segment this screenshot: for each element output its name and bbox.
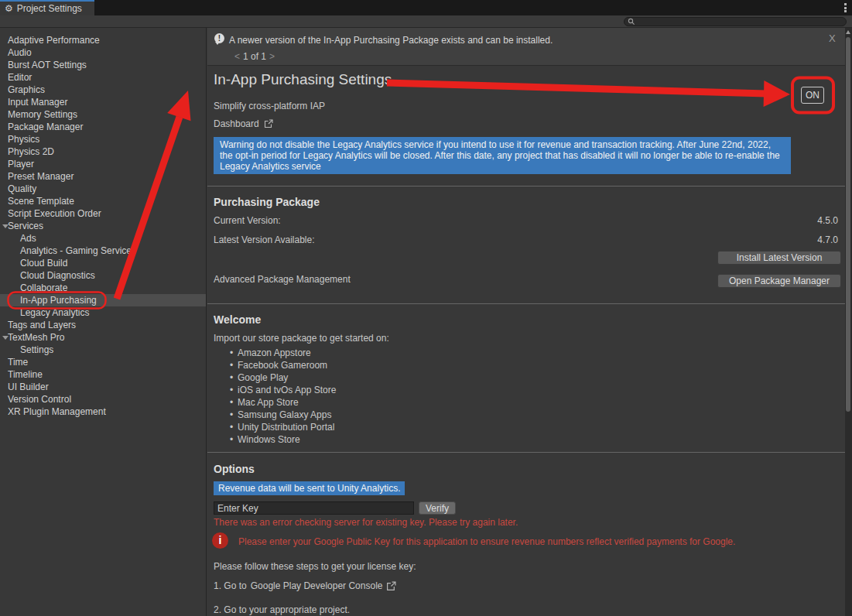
- google-key-message: Please enter your Google Public Key for …: [238, 536, 735, 547]
- pager-prev-button[interactable]: <: [231, 51, 243, 62]
- sidebar-item-label: Services: [8, 221, 43, 231]
- install-latest-version-button[interactable]: Install Latest Version: [717, 251, 841, 265]
- foldout-triangle-icon[interactable]: [2, 224, 9, 228]
- sidebar-item-tags-and-layers[interactable]: Tags and Layers: [0, 319, 206, 331]
- store-list: Amazon AppstoreFacebook GameroomGoogle P…: [214, 347, 336, 446]
- sidebar-item-label: Legacy Analytics: [20, 307, 89, 318]
- sidebar-item-in-app-purchasing[interactable]: In-App Purchasing: [0, 294, 206, 306]
- sidebar-item-player[interactable]: Player: [0, 158, 206, 170]
- license-step-1: 1. Go to Google Play Developer Console: [214, 580, 396, 591]
- notification-bubble-icon: !: [214, 33, 224, 43]
- sidebar-item-services[interactable]: Services: [0, 220, 206, 232]
- sidebar-item-xr-plugin-management[interactable]: XR Plugin Management: [0, 406, 206, 418]
- sidebar-item-collaborate[interactable]: Collaborate: [0, 282, 206, 294]
- sidebar-item-label: Settings: [20, 344, 53, 355]
- sidebar-item-physics-2d[interactable]: Physics 2D: [0, 145, 206, 158]
- search-input[interactable]: [635, 18, 843, 26]
- sidebar-item-editor[interactable]: Editor: [0, 71, 206, 84]
- license-key-input[interactable]: [214, 501, 414, 515]
- sidebar-item-label: Memory Settings: [8, 109, 77, 120]
- sidebar-item-textmesh-pro[interactable]: TextMesh Pro: [0, 331, 206, 344]
- sidebar-item-burst-aot-settings[interactable]: Burst AOT Settings: [0, 59, 206, 71]
- verify-button[interactable]: Verify: [419, 501, 456, 515]
- sidebar-item-label: Adaptive Performance: [8, 35, 100, 46]
- google-play-console-link[interactable]: Google Play Developer Console: [251, 580, 383, 591]
- sidebar-item-label: Graphics: [8, 84, 45, 95]
- analytics-note: Revenue data will be sent to Unity Analy…: [214, 481, 405, 495]
- section-divider: [207, 186, 845, 187]
- store-list-item: Samsung Galaxy Apps: [214, 409, 336, 421]
- tab-project-settings[interactable]: ⚙ Project Settings: [0, 0, 94, 15]
- latest-version-value: 4.7.0: [817, 234, 838, 245]
- store-list-item: Amazon Appstore: [214, 347, 336, 359]
- sidebar-item-label: Cloud Diagnostics: [20, 270, 95, 281]
- legacy-analytics-warning: Warning do not disable the Legacy Analyt…: [214, 137, 791, 174]
- dashboard-label: Dashboard: [214, 118, 259, 129]
- sidebar-item-audio[interactable]: Audio: [0, 46, 206, 59]
- sidebar-item-preset-manager[interactable]: Preset Manager: [0, 170, 206, 183]
- kebab-menu-icon[interactable]: [844, 3, 847, 12]
- sidebar-item-label: Tags and Layers: [8, 320, 76, 330]
- options-header: Options: [214, 463, 255, 475]
- sidebar-item-graphics[interactable]: Graphics: [0, 84, 206, 96]
- project-settings-window: ⚙ Project Settings Adaptive PerformanceA…: [0, 0, 852, 616]
- sidebar-item-label: Physics: [8, 134, 39, 145]
- sidebar-item-label: Time: [8, 357, 28, 368]
- service-on-toggle[interactable]: ON: [801, 87, 824, 104]
- external-link-icon[interactable]: [386, 581, 396, 591]
- store-list-item: Facebook Gameroom: [214, 359, 336, 371]
- pager-next-button[interactable]: >: [266, 51, 278, 62]
- toolbar: [0, 15, 852, 28]
- sidebar-item-label: Burst AOT Settings: [8, 60, 87, 70]
- sidebar-item-label: Scene Template: [8, 196, 74, 207]
- sidebar-item-ui-builder[interactable]: UI Builder: [0, 381, 206, 393]
- sidebar-item-quality[interactable]: Quality: [0, 183, 206, 195]
- notification-message: A newer version of the In-App Purchasing…: [229, 35, 553, 46]
- scrollbar-thumb[interactable]: [846, 37, 850, 412]
- welcome-header: Welcome: [214, 313, 261, 326]
- sidebar-item-package-manager[interactable]: Package Manager: [0, 121, 206, 133]
- dashboard-link[interactable]: Dashboard: [214, 118, 273, 129]
- sidebar-item-settings[interactable]: Settings: [0, 344, 206, 356]
- key-error-message: There was an error checking server for e…: [214, 517, 518, 528]
- sidebar-item-label: Package Manager: [8, 121, 83, 132]
- sidebar-item-input-manager[interactable]: Input Manager: [0, 96, 206, 108]
- sidebar-item-label: Analytics - Gaming Services: [20, 245, 136, 256]
- sidebar-item-cloud-diagnostics[interactable]: Cloud Diagnostics: [0, 269, 206, 282]
- sidebar-item-cloud-build[interactable]: Cloud Build: [0, 257, 206, 269]
- sidebar-item-ads[interactable]: Ads: [0, 232, 206, 245]
- search-box[interactable]: [624, 17, 847, 26]
- store-list-item: Windows Store: [214, 433, 336, 446]
- notification-pager: <1 of 1>: [231, 51, 278, 62]
- sidebar-item-version-control[interactable]: Version Control: [0, 393, 206, 406]
- sidebar-item-label: Input Manager: [8, 97, 67, 108]
- settings-category-sidebar: Adaptive PerformanceAudioBurst AOT Setti…: [0, 28, 207, 616]
- vertical-scrollbar[interactable]: [845, 28, 852, 616]
- scroll-up-arrow-icon[interactable]: [846, 30, 850, 34]
- current-version-label: Current Version:: [214, 215, 281, 226]
- sidebar-item-timeline[interactable]: Timeline: [0, 368, 206, 381]
- external-link-icon: [264, 119, 273, 128]
- store-list-item: Unity Distribution Portal: [214, 421, 336, 433]
- sidebar-item-script-execution-order[interactable]: Script Execution Order: [0, 207, 206, 220]
- sidebar-item-memory-settings[interactable]: Memory Settings: [0, 108, 206, 121]
- sidebar-list: Adaptive PerformanceAudioBurst AOT Setti…: [0, 34, 206, 418]
- sidebar-item-label: Audio: [8, 47, 32, 58]
- sidebar-item-legacy-analytics[interactable]: Legacy Analytics: [0, 306, 206, 319]
- sidebar-item-label: Physics 2D: [8, 146, 54, 157]
- sidebar-item-time[interactable]: Time: [0, 356, 206, 368]
- search-icon: [628, 15, 635, 29]
- sidebar-item-scene-template[interactable]: Scene Template: [0, 195, 206, 207]
- open-package-manager-button[interactable]: Open Package Manager: [717, 274, 841, 288]
- step1-prefix: 1. Go to: [214, 580, 247, 591]
- sidebar-item-label: XR Plugin Management: [8, 406, 106, 417]
- sidebar-item-label: UI Builder: [8, 382, 49, 392]
- sidebar-item-analytics-gaming-services[interactable]: Analytics - Gaming Services: [0, 245, 206, 257]
- notification-close-button[interactable]: X: [829, 33, 836, 44]
- page-title: In-App Purchasing Settings: [214, 71, 392, 88]
- store-list-item: Mac App Store: [214, 396, 336, 409]
- sidebar-item-label: Preset Manager: [8, 171, 74, 182]
- sidebar-item-physics[interactable]: Physics: [0, 133, 206, 145]
- foldout-triangle-icon[interactable]: [2, 336, 9, 340]
- sidebar-item-adaptive-performance[interactable]: Adaptive Performance: [0, 34, 206, 46]
